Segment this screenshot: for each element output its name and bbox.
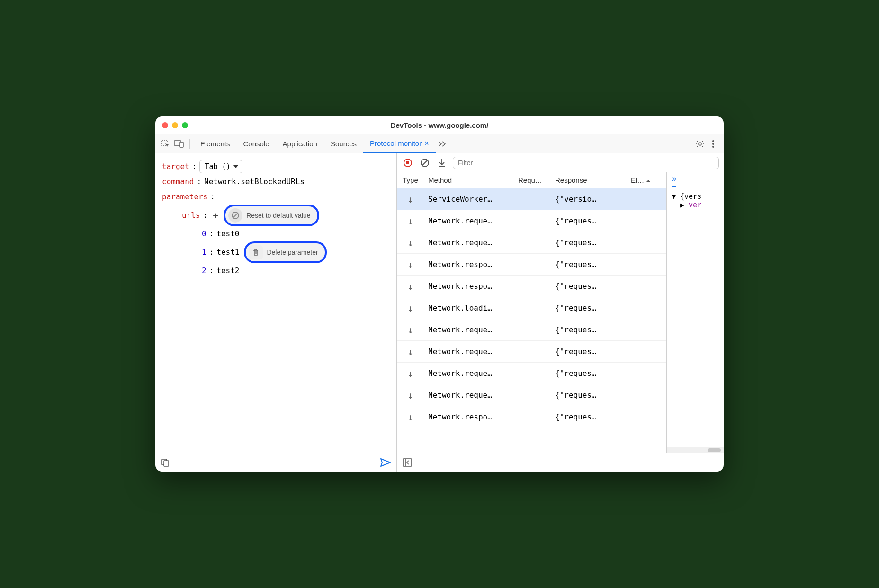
parameters-label: parameters <box>162 189 207 205</box>
detail-pane: » ▼ {vers ▶ ver <box>667 172 724 453</box>
clear-button[interactable] <box>419 157 431 169</box>
tab-console[interactable]: Console <box>237 134 276 153</box>
svg-line-8 <box>233 213 238 218</box>
tab-protocol-monitor[interactable]: Protocol monitor× <box>363 135 436 153</box>
table-header: Type Method Requ… Response El… <box>397 172 666 188</box>
url-value-2[interactable]: test2 <box>216 263 239 278</box>
toggle-sidebar-icon[interactable] <box>403 458 412 467</box>
titlebar: DevTools - www.google.com/ <box>155 116 724 134</box>
col-type[interactable]: Type <box>397 176 424 184</box>
tree-child[interactable]: ▶ ver <box>672 201 719 209</box>
record-button[interactable] <box>402 157 414 169</box>
svg-line-16 <box>422 160 428 166</box>
maximize-window-button[interactable] <box>182 122 188 128</box>
minimize-window-button[interactable] <box>172 122 178 128</box>
window-title: DevTools - www.google.com/ <box>155 121 724 129</box>
reset-icon[interactable] <box>228 208 242 223</box>
url-value-1[interactable]: test1 <box>216 245 239 260</box>
svg-rect-14 <box>406 161 409 164</box>
protocol-log-pane: Type Method Requ… Response El… ↓ServiceW… <box>397 153 724 472</box>
inspect-icon[interactable] <box>159 137 172 151</box>
table-row[interactable]: ↓Network.loadi…{"reques… <box>397 297 666 319</box>
table-body[interactable]: ↓ServiceWorker…{"versio…↓Network.reque…{… <box>397 188 666 453</box>
svg-rect-12 <box>164 461 169 466</box>
target-label: target <box>162 159 189 174</box>
log-footer <box>397 453 724 472</box>
table-row[interactable]: ↓Network.reque…{"reques… <box>397 319 666 341</box>
device-toolbar-icon[interactable] <box>172 137 186 151</box>
table-row[interactable]: ↓Network.reque…{"reques… <box>397 384 666 406</box>
tab-elements[interactable]: Elements <box>194 134 237 153</box>
command-value: Network.setBlockedURLs <box>204 174 305 189</box>
table-row[interactable]: ↓Network.respo…{"reques… <box>397 276 666 297</box>
tree-root[interactable]: ▼ {vers <box>672 192 719 201</box>
col-elapsed[interactable]: El… <box>627 176 655 184</box>
col-response[interactable]: Response <box>551 176 627 184</box>
urls-label: urls <box>182 208 200 223</box>
table-row[interactable]: ↓Network.reque…{"reques… <box>397 363 666 384</box>
close-window-button[interactable] <box>162 122 168 128</box>
table-row[interactable]: ↓Network.respo…{"reques… <box>397 254 666 276</box>
trash-icon[interactable] <box>249 245 263 259</box>
tab-sources[interactable]: Sources <box>324 134 363 153</box>
svg-point-3 <box>699 143 701 145</box>
table-row[interactable]: ↓Network.reque…{"reques… <box>397 341 666 363</box>
editor-footer <box>155 453 396 472</box>
svg-point-5 <box>712 143 714 145</box>
target-select[interactable]: Tab () <box>199 160 242 173</box>
command-label: command <box>162 174 194 189</box>
table-row[interactable]: ↓Network.reque…{"reques… <box>397 210 666 232</box>
command-editor-pane: target: Tab () command: Network.setBlock… <box>155 153 397 472</box>
col-request[interactable]: Requ… <box>514 176 551 184</box>
add-item-button[interactable]: + <box>210 210 221 221</box>
table-row[interactable]: ↓ServiceWorker…{"versio… <box>397 188 666 210</box>
horizontal-scrollbar[interactable] <box>667 447 724 453</box>
tab-bar: Elements Console Application Sources Pro… <box>155 134 724 153</box>
delete-tooltip-label: Delete parameter <box>267 246 318 259</box>
send-button[interactable] <box>380 458 391 467</box>
url-value-0[interactable]: test0 <box>216 226 239 241</box>
table-row[interactable]: ↓Network.respo…{"reques… <box>397 406 666 428</box>
message-table: Type Method Requ… Response El… ↓ServiceW… <box>397 172 667 453</box>
detail-tabs: » <box>667 172 724 188</box>
reset-tooltip-label: Reset to default value <box>246 209 310 222</box>
svg-point-6 <box>712 146 714 148</box>
url-index-1: 1 <box>202 245 206 260</box>
download-button[interactable] <box>436 157 448 169</box>
delete-callout: Delete parameter <box>244 241 326 263</box>
detail-more-icon[interactable]: » <box>672 174 676 187</box>
table-row[interactable]: ↓Network.reque…{"reques… <box>397 232 666 254</box>
url-index-0: 0 <box>202 226 206 241</box>
url-index-2: 2 <box>202 263 206 278</box>
svg-rect-2 <box>180 142 183 147</box>
close-tab-icon[interactable]: × <box>424 139 429 148</box>
settings-icon[interactable] <box>693 137 707 151</box>
kebab-menu-icon[interactable] <box>707 137 720 151</box>
devtools-window: DevTools - www.google.com/ Elements Cons… <box>155 116 724 472</box>
log-toolbar <box>397 153 724 172</box>
copy-icon[interactable] <box>161 458 170 467</box>
filter-input[interactable] <box>453 157 719 169</box>
svg-point-4 <box>712 140 714 142</box>
col-method[interactable]: Method <box>424 176 514 184</box>
reset-callout: Reset to default value <box>224 205 319 226</box>
tab-application[interactable]: Application <box>276 134 324 153</box>
more-tabs-icon[interactable] <box>436 137 449 151</box>
